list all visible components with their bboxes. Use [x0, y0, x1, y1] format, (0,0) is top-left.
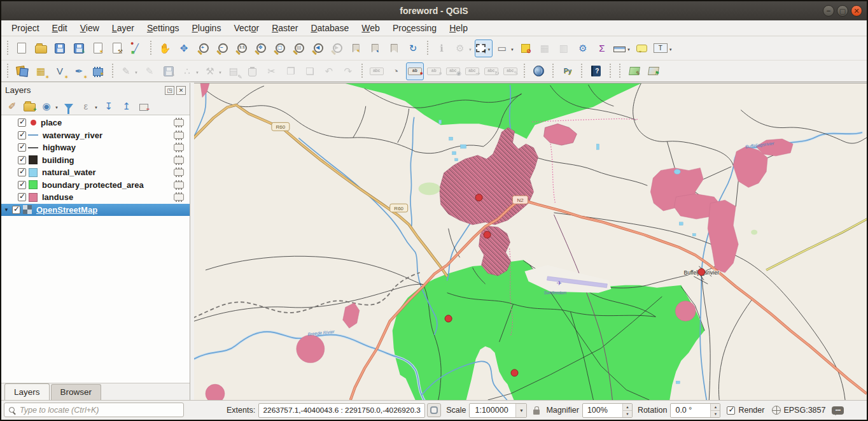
extent-resize-button[interactable] [427, 403, 441, 417]
zoom-to-layer-button[interactable]: ▤ [290, 39, 307, 57]
rotation-spinbox[interactable]: 0.0 ° ▲▼ [670, 403, 720, 418]
python-console-button[interactable]: Py [559, 62, 577, 80]
open-layer-styling-panel-button[interactable]: ✐ [4, 99, 20, 114]
layer-visibility-checkbox[interactable] [18, 143, 26, 152]
spin-buttons[interactable]: ▲▼ [710, 404, 720, 417]
plugin-map-1-button[interactable]: ✎ [626, 62, 643, 80]
menu-help[interactable]: Help [443, 22, 474, 34]
manage-map-themes-dropdown[interactable] [53, 101, 59, 111]
layer-visibility-checkbox[interactable] [18, 193, 26, 201]
text-annotation-button[interactable]: T [652, 39, 674, 57]
crs-code[interactable]: EPSG:3857 [783, 406, 825, 415]
select-features-by-value-button[interactable]: ▭ [494, 39, 515, 57]
expander-icon[interactable] [4, 207, 12, 213]
pan-to-selection-button[interactable]: ✥ [175, 39, 193, 57]
map-tips-button[interactable] [633, 39, 651, 57]
remove-layer-button[interactable]: − [136, 99, 151, 114]
deselect-features-button[interactable]: ⊘ [517, 39, 535, 57]
lock-scale-icon[interactable] [533, 410, 540, 415]
menu-processing[interactable]: Processing [386, 22, 443, 34]
advanced-digitize-toolbar-dropdown[interactable] [217, 66, 222, 76]
save-project-as-button[interactable]: ✎ [70, 39, 88, 57]
processing-toolbox-button[interactable]: ⚙ [574, 39, 592, 57]
plugin-map-2-button[interactable]: ⚑ [645, 62, 662, 80]
combo-arrow-icon[interactable] [515, 404, 526, 417]
run-feature-action-dropdown[interactable] [467, 43, 472, 53]
zoom-in-button[interactable]: + [194, 39, 212, 57]
layer-visibility-checkbox[interactable] [18, 118, 26, 127]
collapse-all-button[interactable]: ↥ [118, 99, 135, 114]
menu-web[interactable]: Web [355, 22, 386, 34]
filter-by-expression-dropdown[interactable] [93, 101, 98, 111]
menu-vector[interactable]: Vector [227, 22, 265, 34]
menu-database[interactable]: Database [304, 22, 355, 34]
save-project-button[interactable] [51, 39, 69, 57]
menu-layer[interactable]: Layer [106, 22, 141, 34]
layer-visibility-checkbox[interactable] [18, 131, 26, 139]
zoom-out-button[interactable]: − [213, 39, 231, 57]
panel-close-button[interactable]: ✕ [176, 86, 186, 95]
spin-buttons[interactable]: ▲▼ [622, 404, 632, 417]
maximize-button[interactable]: ▢ [837, 5, 848, 17]
locate-bar[interactable] [4, 403, 184, 417]
new-geopackage-layer-button[interactable]: ▦✶ [32, 62, 50, 80]
select-features-button[interactable] [475, 39, 493, 57]
zoom-native-button[interactable]: 1:1 [232, 39, 250, 57]
zoom-full-button[interactable]: ✥ [251, 39, 269, 57]
messages-icon[interactable]: ••• [832, 406, 844, 415]
layer-row-waterway-river[interactable]: waterway_river [1, 129, 190, 142]
menu-project[interactable]: Project [5, 22, 46, 34]
refresh-map-button[interactable]: ↻ [404, 39, 422, 57]
render-checkbox[interactable]: Render [727, 406, 764, 415]
scale-combobox[interactable]: 1:100000 [469, 403, 527, 418]
style-manager-button[interactable]: ╱ [127, 39, 145, 57]
new-spatial-bookmark-button[interactable]: ✶ [347, 39, 365, 57]
labeling-toolbar-button[interactable]: ab● [406, 62, 424, 80]
new-shapefile-layer-button[interactable]: V✶ [51, 62, 69, 80]
layer-visibility-checkbox[interactable] [18, 156, 26, 164]
layer-row-building[interactable]: building [1, 154, 190, 167]
panel-float-button[interactable]: ◳ [165, 86, 174, 95]
layer-row-place[interactable]: place [1, 117, 190, 129]
digitize-with-segment-dropdown[interactable] [194, 66, 199, 76]
new-virtual-layer-button[interactable]: ✶ [89, 62, 107, 80]
extents-field[interactable] [258, 403, 425, 418]
current-edits-dropdown[interactable] [133, 66, 138, 76]
layer-row-natural-water[interactable]: natural_water [1, 166, 190, 179]
layer-diagram-options-button[interactable]: ◔ [387, 62, 405, 80]
zoom-to-selection-button[interactable]: ▢ [270, 39, 288, 57]
show-bookmark-manager-button[interactable] [385, 39, 403, 57]
show-statistics-button[interactable]: Σ [593, 39, 611, 57]
zoom-last-button[interactable]: ◀ [309, 39, 326, 57]
magnifier-spinbox[interactable]: 100% ▲▼ [582, 403, 633, 418]
menu-plugins[interactable]: Plugins [185, 22, 227, 34]
layer-row-openstreetmap[interactable]: OpenStreetMap [1, 204, 190, 217]
open-project-button[interactable] [32, 39, 50, 57]
layer-row-highway[interactable]: highway [1, 141, 190, 154]
help-contents-button[interactable]: ? [587, 62, 605, 80]
select-features-by-value-dropdown[interactable] [509, 43, 514, 53]
add-group-button[interactable]: + [22, 99, 37, 114]
metasearch-button[interactable] [530, 62, 548, 80]
menu-view[interactable]: View [74, 22, 106, 34]
title-bar[interactable]: foreword - QGIS − ▢ ✕ [1, 1, 867, 20]
minimize-button[interactable]: − [823, 5, 834, 17]
menu-settings[interactable]: Settings [141, 22, 186, 34]
show-spatial-bookmarks-button[interactable]: ▸ [366, 39, 384, 57]
map-canvas[interactable]: ✈ Swellendam R60 R60 N2 Buffeljagsrivier… [194, 83, 867, 400]
layer-visibility-checkbox[interactable] [18, 168, 26, 176]
show-layout-manager-button[interactable]: ⚒ [108, 39, 126, 57]
filter-legend-button[interactable] [61, 99, 76, 114]
tab-layers[interactable]: Layers [4, 383, 50, 400]
new-spatialite-layer-button[interactable]: ✒✶ [70, 62, 88, 80]
crs-globe-icon[interactable] [772, 406, 781, 415]
tab-browser[interactable]: Browser [51, 384, 102, 400]
layer-visibility-checkbox[interactable] [18, 181, 26, 189]
layer-row-landuse[interactable]: landuse [1, 191, 190, 204]
measure-line-button[interactable] [612, 39, 632, 57]
open-data-source-manager-button[interactable] [13, 62, 31, 80]
manage-map-themes-button[interactable]: ◉ [38, 99, 60, 114]
measure-line-dropdown[interactable] [626, 43, 631, 53]
new-print-layout-button[interactable]: ✶ [89, 39, 107, 57]
close-button[interactable]: ✕ [851, 5, 862, 17]
